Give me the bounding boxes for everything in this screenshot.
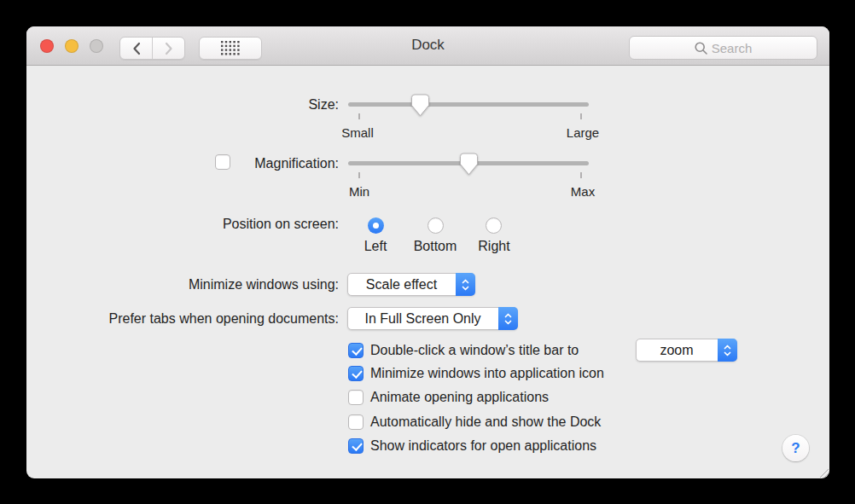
option-row-show-indicators: Show indicators for open applications	[348, 437, 596, 454]
prefer-tabs-select[interactable]: In Full Screen Only	[347, 307, 518, 330]
desktop-background: Dock Search Size: Small Large Magnificat…	[0, 0, 855, 504]
auto-hide-checkbox[interactable]	[348, 414, 364, 430]
minimize-button[interactable]	[65, 39, 79, 53]
animate-checkbox[interactable]	[348, 390, 364, 405]
help-button[interactable]: ?	[782, 435, 809, 461]
search-placeholder: Search	[712, 41, 753, 55]
resize-grip[interactable]	[817, 466, 829, 478]
position-right-label: Right	[456, 238, 532, 254]
forward-button[interactable]	[153, 38, 184, 59]
close-button[interactable]	[40, 39, 54, 53]
size-slider-track[interactable]	[348, 102, 589, 107]
animate-label: Animate opening applications	[370, 389, 549, 405]
question-mark-icon: ?	[791, 440, 800, 457]
size-min-label: Small	[323, 125, 392, 141]
prefer-tabs-label: Prefer tabs when opening documents:	[61, 310, 339, 327]
minimize-into-icon-label: Minimize windows into application icon	[370, 365, 604, 381]
popup-chevrons-icon	[718, 339, 737, 362]
dock-preferences-window: Dock Search Size: Small Large Magnificat…	[26, 26, 829, 478]
double-click-label: Double-click a window’s title bar to	[370, 342, 579, 358]
selected-value: In Full Screen Only	[348, 308, 497, 329]
search-icon	[695, 42, 707, 55]
auto-hide-label: Automatically hide and show the Dock	[370, 414, 601, 430]
minimize-using-label: Minimize windows using:	[61, 276, 339, 293]
show-indicators-checkbox[interactable]	[348, 438, 364, 454]
show-all-button[interactable]	[199, 37, 262, 60]
chevron-left-icon	[132, 42, 141, 55]
minimize-into-icon-checkbox[interactable]	[348, 366, 364, 381]
option-row-auto-hide: Automatically hide and show the Dock	[348, 414, 601, 430]
position-radio-right[interactable]	[486, 217, 502, 234]
magnification-min-label: Min	[325, 184, 393, 200]
slider-tick	[580, 113, 582, 119]
double-click-checkbox[interactable]	[348, 343, 364, 358]
dot-grid-icon	[221, 41, 240, 55]
slider-tick	[358, 113, 360, 119]
chevron-right-icon	[165, 42, 173, 55]
magnification-slider	[348, 153, 589, 180]
size-label: Size:	[61, 96, 339, 113]
popup-chevrons-icon	[456, 273, 475, 296]
position-label: Position on screen:	[61, 216, 339, 233]
magnification-slider-thumb[interactable]	[459, 153, 479, 176]
size-max-label: Large	[549, 125, 617, 141]
option-row-animate: Animate opening applications	[348, 389, 549, 405]
option-row-minimize-into-icon: Minimize windows into application icon	[348, 365, 604, 381]
show-indicators-label: Show indicators for open applications	[370, 437, 596, 454]
size-slider-thumb[interactable]	[410, 94, 430, 117]
minimize-effect-select[interactable]: Scale effect	[347, 273, 475, 296]
position-radio-bottom[interactable]	[428, 217, 444, 234]
option-row-double-click: Double-click a window’s title bar to	[348, 342, 579, 358]
popup-chevrons-icon	[498, 307, 518, 330]
selected-value: Scale effect	[348, 274, 455, 295]
position-radio-left[interactable]	[368, 217, 384, 234]
magnification-max-label: Max	[549, 184, 617, 200]
double-click-action-select[interactable]: zoom	[636, 339, 737, 362]
search-input[interactable]: Search	[629, 36, 817, 60]
selected-value: zoom	[637, 339, 717, 361]
slider-tick	[580, 172, 582, 178]
zoom-button[interactable]	[90, 39, 103, 53]
size-slider	[348, 94, 589, 121]
back-button[interactable]	[120, 38, 153, 59]
nav-button-group	[119, 37, 185, 60]
slider-tick	[358, 172, 360, 178]
window-titlebar[interactable]: Dock Search	[26, 26, 829, 66]
magnification-label: Magnification:	[61, 155, 339, 172]
